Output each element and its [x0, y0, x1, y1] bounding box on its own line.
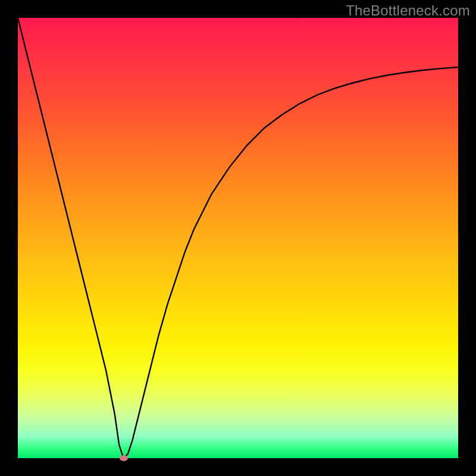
chart-frame: TheBottleneck.com [0, 0, 476, 476]
watermark-label: TheBottleneck.com [346, 2, 470, 19]
curve-path [18, 18, 458, 458]
minimum-marker [120, 455, 128, 461]
bottleneck-curve [18, 18, 458, 458]
plot-area [18, 18, 458, 458]
